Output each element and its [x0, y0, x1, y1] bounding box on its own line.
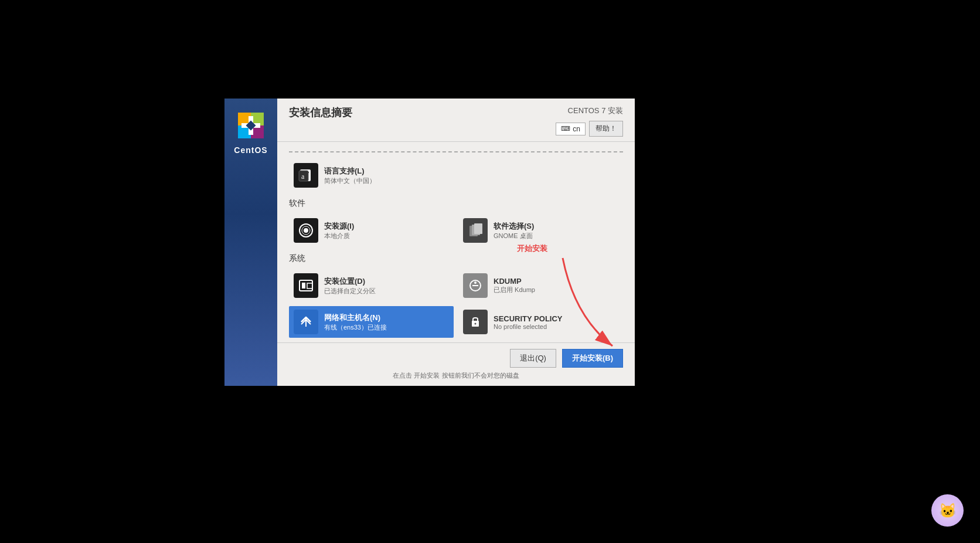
- network-icon: [294, 310, 318, 334]
- header-right: CENTOS 7 安装 ⌨ cn 帮助！: [556, 106, 623, 137]
- header: 安装信息摘要 CENTOS 7 安装 ⌨ cn 帮助！: [277, 99, 635, 142]
- scroll-area[interactable]: a 语言支持(L) 简体中文（中国） 软件 安装源(I): [277, 142, 635, 342]
- language-icon: a: [294, 163, 318, 188]
- install-location-subtitle: 已选择自定义分区: [324, 287, 449, 296]
- language-subtitle: 简体中文（中国）: [324, 177, 449, 185]
- software-select-subtitle: GNOME 桌面: [494, 232, 618, 240]
- install-source-text: 安装源(I) 本地介质: [324, 221, 449, 240]
- content-area: 安装信息摘要 CENTOS 7 安装 ⌨ cn 帮助！: [277, 99, 635, 386]
- security-text: SECURITY POLICY No profile selected: [494, 314, 618, 330]
- page-title: 安装信息摘要: [289, 106, 352, 120]
- centos-logo-icon: [236, 110, 266, 141]
- software-select-label: 软件选择(S): [494, 221, 618, 232]
- footer: 退出(Q) 开始安装(B) 在点击 开始安装 按钮前我们不会对您的磁盘: [277, 342, 635, 386]
- kdump-icon: [463, 273, 488, 298]
- software-select-item[interactable]: 软件选择(S) GNOME 桌面: [458, 215, 623, 246]
- bottom-character: 🐱: [931, 494, 964, 527]
- security-item[interactable]: SECURITY POLICY No profile selected: [458, 306, 623, 338]
- software-select-icon: [463, 218, 488, 243]
- svg-rect-19: [300, 280, 312, 291]
- logo-container: CentOS: [234, 110, 267, 155]
- footer-note: 在点击 开始安装 按钮前我们不会对您的磁盘: [289, 371, 623, 380]
- software-select-text: 软件选择(S) GNOME 桌面: [494, 221, 618, 240]
- sidebar: CentOS: [224, 99, 277, 386]
- language-text: 语言支持(L) 简体中文（中国）: [324, 166, 449, 185]
- install-location-text: 安装位置(D) 已选择自定义分区: [324, 276, 449, 296]
- brand-label: CentOS: [234, 145, 267, 155]
- network-text: 网络和主机名(N) 有线（ens33）已连接: [324, 313, 449, 332]
- kdump-label: KDUMP: [494, 277, 618, 286]
- language-item[interactable]: a 语言支持(L) 简体中文（中国）: [289, 159, 454, 191]
- svg-point-23: [474, 281, 477, 284]
- install-location-icon: [294, 273, 318, 298]
- kdump-text: KDUMP 已启用 Kdump: [494, 277, 618, 294]
- install-source-icon: [294, 218, 318, 243]
- software-section-label: 软件: [289, 198, 623, 209]
- keyboard-icon: ⌨: [561, 125, 570, 133]
- security-subtitle: No profile selected: [494, 323, 618, 330]
- system-grid: 安装位置(D) 已选择自定义分区 KDUMP 已启用 Kdump: [289, 270, 623, 338]
- installer-window: CentOS 安装信息摘要 CENTOS 7 安装 ⌨ cn 帮助！: [224, 99, 635, 386]
- svg-point-14: [304, 228, 308, 233]
- footer-buttons: 退出(Q) 开始安装(B): [289, 349, 623, 368]
- install-source-label: 安装源(I): [324, 221, 449, 232]
- exit-button[interactable]: 退出(Q): [510, 349, 556, 368]
- network-label: 网络和主机名(N): [324, 313, 449, 323]
- localization-grid: a 语言支持(L) 简体中文（中国）: [289, 159, 623, 191]
- network-item[interactable]: 网络和主机名(N) 有线（ens33）已连接: [289, 306, 454, 338]
- language-label: 语言支持(L): [324, 166, 449, 177]
- security-label: SECURITY POLICY: [494, 314, 618, 323]
- software-grid: 安装源(I) 本地介质 软件选择(S) GNOME 桌面: [289, 215, 623, 246]
- keyboard-input[interactable]: ⌨ cn: [556, 123, 586, 135]
- install-location-label: 安装位置(D): [324, 276, 449, 287]
- centos7-label: CENTOS 7 安装: [568, 106, 623, 116]
- svg-rect-20: [302, 283, 305, 289]
- top-divider: [289, 151, 623, 152]
- install-location-item[interactable]: 安装位置(D) 已选择自定义分区: [289, 270, 454, 301]
- kdump-subtitle: 已启用 Kdump: [494, 286, 618, 294]
- svg-text:a: a: [301, 172, 305, 181]
- install-source-item[interactable]: 安装源(I) 本地介质: [289, 215, 454, 246]
- network-subtitle: 有线（ens33）已连接: [324, 323, 449, 332]
- kdump-item[interactable]: KDUMP 已启用 Kdump: [458, 270, 623, 301]
- help-button[interactable]: 帮助！: [589, 121, 623, 137]
- install-source-subtitle: 本地介质: [324, 232, 449, 240]
- svg-point-26: [475, 323, 477, 325]
- begin-install-button[interactable]: 开始安装(B): [562, 349, 623, 368]
- header-controls: ⌨ cn 帮助！: [556, 121, 623, 137]
- security-icon: [463, 310, 488, 334]
- kb-value: cn: [573, 125, 580, 133]
- system-section-label: 系统: [289, 253, 623, 264]
- svg-rect-18: [474, 223, 482, 234]
